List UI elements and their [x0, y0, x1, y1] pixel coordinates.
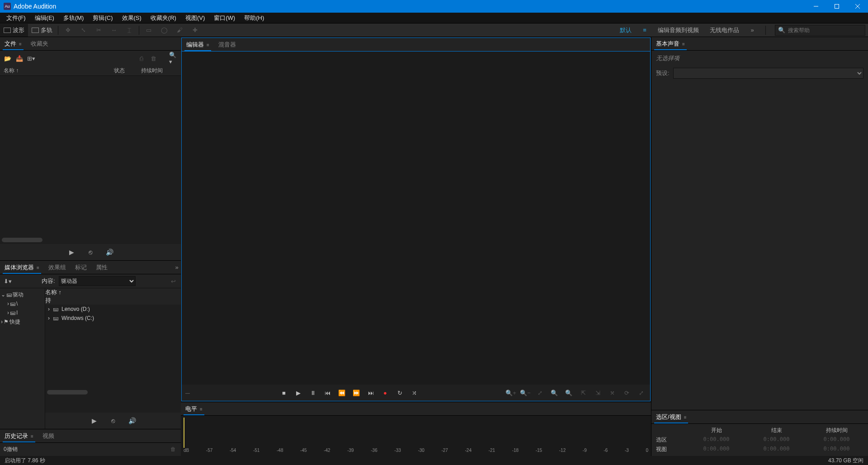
sv-sel-end[interactable]: 0:00.000: [750, 436, 803, 444]
menu-window[interactable]: 窗口(W): [209, 13, 240, 23]
view-multitrack-button[interactable]: 多轨: [28, 24, 56, 37]
menu-favorites[interactable]: 收藏夹(R): [146, 13, 181, 23]
tab-properties[interactable]: 属性: [91, 262, 112, 273]
sv-view-duration[interactable]: 0:00.000: [810, 446, 863, 453]
tool-slip[interactable]: ↔: [106, 24, 122, 37]
menu-multitrack[interactable]: 多轨(M): [59, 13, 89, 23]
files-horizontal-scrollbar[interactable]: [2, 238, 42, 242]
insert-to-multitrack-icon[interactable]: ⎙: [137, 55, 146, 62]
zoom-out-full-button[interactable]: ⤢: [636, 387, 646, 398]
col-status[interactable]: 状态: [114, 67, 141, 75]
mb-horizontal-scrollbar[interactable]: [47, 390, 88, 395]
import-media-icon[interactable]: ⬇▾: [4, 277, 12, 285]
tab-markers[interactable]: 标记: [71, 262, 91, 273]
workspace-audio-to-video[interactable]: 编辑音频到视频: [656, 25, 701, 35]
menu-help[interactable]: 帮助(H): [240, 13, 269, 23]
tab-video[interactable]: 视频: [38, 430, 59, 442]
window-maximize-button[interactable]: [826, 0, 847, 13]
tool-heal[interactable]: ✚: [187, 24, 203, 37]
import-icon[interactable]: 📥: [15, 55, 24, 62]
list-item[interactable]: ›🖴Windows (C:): [45, 314, 181, 323]
play-button[interactable]: ▶: [293, 387, 304, 398]
tab-mixer[interactable]: 混音器: [214, 39, 241, 51]
preview-play-icon[interactable]: ▶: [67, 249, 75, 256]
back-icon[interactable]: ↩: [169, 277, 177, 285]
tree-row-drive-item[interactable]: ›🖴\: [1, 299, 44, 308]
new-file-icon[interactable]: ⊞▾: [27, 55, 35, 62]
help-search[interactable]: 🔍: [775, 25, 865, 36]
panel-menu-icon[interactable]: ≡: [31, 434, 33, 439]
tab-effects-rack[interactable]: 效果组: [44, 262, 71, 273]
tool-move[interactable]: ⤡: [75, 24, 91, 37]
go-to-start-button[interactable]: ⏮: [322, 387, 333, 398]
preview-play-icon[interactable]: ▶: [90, 417, 98, 424]
tool-hybrid[interactable]: ✥: [60, 24, 75, 37]
workspace-default[interactable]: 默认: [618, 25, 633, 35]
col-duration[interactable]: 持续时间: [141, 67, 177, 75]
menu-edit[interactable]: 编辑(E): [30, 13, 59, 23]
menu-effects[interactable]: 效果(S): [118, 13, 146, 23]
fast-forward-button[interactable]: ⏩: [351, 387, 362, 398]
zoom-to-selection-button[interactable]: ⤧: [607, 387, 618, 398]
zoom-selection-in-button[interactable]: ⇱: [578, 387, 589, 398]
tool-lasso[interactable]: ◯: [156, 24, 172, 37]
open-file-icon[interactable]: 📂: [4, 55, 12, 62]
tab-editor[interactable]: 编辑器≡: [182, 39, 214, 51]
zoom-in-time-button[interactable]: 🔍+: [505, 387, 516, 398]
editor-canvas[interactable]: [182, 52, 650, 385]
sv-sel-start[interactable]: 0:00.000: [689, 436, 743, 444]
preview-autoplay-icon[interactable]: 🔊: [128, 417, 136, 424]
menu-clip[interactable]: 剪辑(C): [88, 13, 117, 23]
panel-menu-icon[interactable]: ≡: [37, 265, 39, 270]
tabs-overflow-button[interactable]: »: [173, 264, 181, 271]
tool-brush[interactable]: 🖌: [172, 24, 187, 37]
loop-button[interactable]: ↻: [394, 387, 405, 398]
tree-row-drive-item[interactable]: ›🖴I: [1, 308, 44, 317]
levels-meter[interactable]: dB -57 -54 -51 -48 -45 -42 -39 -36 -33 -…: [181, 416, 651, 456]
panel-menu-icon[interactable]: ≡: [682, 42, 685, 47]
media-browser-list[interactable]: ›🖴Lenovo (D:) ›🖴Windows (C:): [45, 305, 181, 413]
panel-menu-icon[interactable]: ≡: [200, 407, 203, 412]
list-item[interactable]: ›🖴Lenovo (D:): [45, 305, 181, 314]
preset-dropdown[interactable]: [673, 68, 863, 79]
zoom-out-time-button[interactable]: 🔍−: [520, 387, 531, 398]
zoom-out-amp-button[interactable]: 🔍: [563, 387, 574, 398]
tab-essential-sound[interactable]: 基本声音≡: [651, 38, 689, 50]
preview-autoplay-icon[interactable]: 🔊: [105, 249, 113, 256]
delete-icon[interactable]: 🗑: [149, 55, 157, 62]
menu-view[interactable]: 视图(V): [181, 13, 209, 23]
content-dropdown[interactable]: 驱动器: [59, 276, 136, 286]
workspace-menu-icon[interactable]: ≡: [641, 27, 649, 34]
mb-col-name[interactable]: 名称 ↑: [45, 288, 181, 296]
tab-files[interactable]: 文件≡: [0, 38, 26, 50]
help-search-input[interactable]: [788, 27, 862, 33]
tab-media-browser[interactable]: 媒体浏览器≡: [0, 262, 44, 273]
panel-menu-icon[interactable]: ≡: [207, 42, 209, 47]
panel-menu-icon[interactable]: ≡: [684, 415, 687, 420]
pause-button[interactable]: ⏸: [307, 387, 318, 398]
col-name[interactable]: 名称 ↑: [4, 67, 114, 75]
zoom-full-button[interactable]: ⟳: [621, 387, 632, 398]
record-button[interactable]: ●: [380, 387, 391, 398]
tree-row-drives[interactable]: ⌄🖴驱动: [1, 290, 44, 299]
sv-view-start[interactable]: 0:00.000: [689, 446, 743, 453]
tab-selection-view[interactable]: 选区/视图≡: [651, 411, 691, 423]
menu-file[interactable]: 文件(F): [2, 13, 30, 23]
go-to-end-button[interactable]: ⏭: [365, 387, 376, 398]
skip-selection-button[interactable]: ⤮: [409, 387, 420, 398]
view-waveform-button[interactable]: 波形: [0, 24, 28, 37]
window-minimize-button[interactable]: [806, 0, 826, 13]
stop-button[interactable]: ■: [278, 387, 289, 398]
sv-sel-duration[interactable]: 0:00.000: [810, 436, 863, 444]
sv-view-end[interactable]: 0:00.000: [750, 446, 803, 453]
window-close-button[interactable]: [847, 0, 868, 13]
tab-history[interactable]: 历史记录≡: [0, 430, 38, 442]
filter-search-icon[interactable]: 🔍▾: [169, 55, 177, 62]
preview-loop-icon[interactable]: ⎋: [86, 249, 94, 256]
zoom-reset-time-button[interactable]: ⤢: [534, 387, 545, 398]
preview-loop-icon[interactable]: ⎋: [109, 417, 117, 424]
rewind-button[interactable]: ⏪: [336, 387, 347, 398]
tool-time[interactable]: ⌶: [122, 24, 137, 37]
tab-favorites[interactable]: 收藏夹: [26, 38, 53, 50]
mb-col-duration[interactable]: 持: [45, 296, 181, 305]
